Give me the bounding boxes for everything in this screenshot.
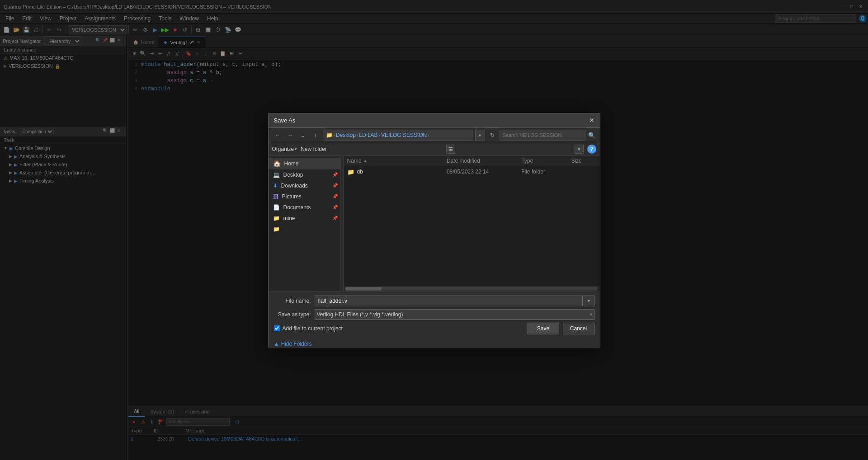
sidebar-item-pictures[interactable]: 🖼 Pictures 📌 — [269, 191, 340, 202]
dialog-files-list: 📁 db 08/05/2023 22:14 File folder — [344, 166, 600, 286]
search-submit-icon[interactable]: 🔍 — [587, 130, 596, 141]
sidebar-documents-label: Documents — [283, 204, 311, 211]
save-button[interactable]: Save — [528, 323, 559, 334]
organize-button[interactable]: Organize ▾ — [272, 146, 297, 152]
breadcrumb-ldlab[interactable]: LD LAB — [359, 132, 377, 138]
sidebar-desktop-label: Desktop — [283, 172, 303, 178]
sidebar-item-mine[interactable]: 📁 mine 📌 — [269, 213, 340, 224]
file-date-cell: 08/05/2023 22:14 — [447, 169, 521, 175]
hide-folders-button[interactable]: ▲ Hide Folders — [269, 338, 600, 347]
col-type-header-file[interactable]: Type — [521, 158, 571, 164]
mine-pin-icon: 📌 — [332, 216, 338, 221]
bc-arrow-2: › — [357, 133, 358, 138]
organize-arrow-icon: ▾ — [295, 147, 297, 151]
breadcrumb-bar: 📁 › Desktop › LD LAB › VEILOG SESSION › — [323, 130, 473, 141]
sidebar-home-label: Home — [284, 160, 299, 167]
up-directory-button[interactable]: ↑ — [310, 130, 321, 141]
file-name-text: db — [357, 169, 363, 175]
savetype-dropdown[interactable]: Verilog HDL Files (*.v *.vlg *.verilog) … — [315, 309, 594, 320]
dialog-horizontal-scrollbar[interactable] — [344, 286, 600, 291]
downloads-folder-icon: ⬇ — [273, 183, 278, 189]
filename-dropdown-button[interactable]: ▾ — [584, 296, 594, 306]
sidebar-item-desktop[interactable]: 💻 Desktop 📌 — [269, 169, 340, 180]
sidebar-item-documents[interactable]: 📄 Documents 📌 — [269, 202, 340, 213]
filename-input[interactable] — [315, 296, 583, 306]
add-to-project-checkbox[interactable] — [274, 325, 280, 331]
sidebar-item-home[interactable]: 🏠 Home — [269, 158, 340, 169]
add-to-project-label: Add file to current project — [283, 325, 343, 332]
sidebar-item-downloads[interactable]: ⬇ Downloads 📌 — [269, 180, 340, 191]
sidebar-item-extra[interactable]: 📁 — [269, 224, 340, 235]
file-type-cell: File folder — [521, 169, 571, 175]
hscroll-thumb[interactable] — [345, 287, 382, 291]
add-to-project-checkbox-row: Add file to current project — [274, 325, 343, 332]
dialog-file-toolbar: Organize ▾ New folder ☰ ▾ ? — [269, 143, 600, 156]
file-name-cell: 📁 db — [347, 169, 447, 175]
col-name-header[interactable]: Name ▲ — [347, 158, 447, 164]
dialog-content: 🏠 Home 💻 Desktop 📌 ⬇ Downloads 📌 🖼 Pictu… — [269, 156, 600, 291]
hscroll-track — [345, 287, 598, 291]
dialog-actions: Add file to current project Save Cancel — [274, 323, 594, 334]
pictures-folder-icon: 🖼 — [273, 193, 278, 200]
dialog-bottom: File name: ▾ Save as type: Verilog HDL F… — [269, 291, 600, 338]
desktop-folder-icon: 💻 — [273, 172, 280, 178]
bc-arrow-4: › — [428, 133, 429, 138]
savetype-value: Verilog HDL Files (*.v *.vlg *.verilog) — [317, 311, 403, 318]
breadcrumb-veilog[interactable]: VEILOG SESSION — [381, 132, 427, 138]
dialog-title: Save As — [274, 117, 296, 124]
savetype-arrow-icon: ▾ — [590, 312, 592, 317]
hide-folders-label: Hide Folders — [281, 341, 311, 347]
hide-folders-arrow-icon: ▲ — [274, 341, 279, 347]
view-dropdown-button[interactable]: ▾ — [575, 145, 584, 154]
sidebar-downloads-label: Downloads — [281, 183, 308, 189]
new-folder-label: New folder — [301, 146, 326, 152]
mine-folder-icon: 📁 — [273, 215, 280, 221]
pictures-pin-icon: 📌 — [332, 194, 338, 199]
sidebar-pictures-label: Pictures — [282, 193, 302, 200]
downloads-pin-icon: 📌 — [332, 183, 338, 188]
refresh-button[interactable]: ↻ — [487, 130, 498, 141]
files-list-header: Name ▲ Date modified Type Size — [344, 156, 600, 166]
breadcrumb-desktop[interactable]: Desktop — [336, 132, 356, 138]
organize-label: Organize — [272, 146, 294, 152]
new-folder-button[interactable]: New folder — [301, 146, 326, 152]
file-row-db[interactable]: 📁 db 08/05/2023 22:14 File folder — [344, 166, 600, 178]
pin-icon: 📌 — [332, 172, 338, 177]
dialog-search-input[interactable] — [500, 130, 585, 141]
savetype-label: Save as type: — [274, 311, 315, 318]
documents-folder-icon: 📄 — [273, 204, 280, 211]
db-folder-icon: 📁 — [347, 169, 354, 175]
recent-locations-button[interactable]: ⌄ — [297, 130, 308, 141]
savetype-row: Save as type: Verilog HDL Files (*.v *.v… — [274, 309, 594, 320]
breadcrumb-folder-icon: 📁 — [326, 132, 333, 138]
bc-arrow-1: › — [334, 133, 335, 138]
back-button[interactable]: ← — [272, 130, 283, 141]
dialog-sidebar: 🏠 Home 💻 Desktop 📌 ⬇ Downloads 📌 🖼 Pictu… — [269, 156, 341, 291]
files-area: Name ▲ Date modified Type Size 📁 db 08/0… — [344, 156, 600, 291]
help-button[interactable]: ? — [587, 145, 596, 154]
col-date-header[interactable]: Date modified — [447, 158, 521, 164]
documents-pin-icon: 📌 — [332, 205, 338, 210]
cancel-button[interactable]: Cancel — [563, 323, 594, 334]
forward-button[interactable]: → — [285, 130, 296, 141]
bc-arrow-3: › — [379, 133, 380, 138]
dialog-overlay: Save As ✕ ← → ⌄ ↑ 📁 › Desktop › LD LAB ›… — [0, 0, 868, 460]
col-size-header[interactable]: Size — [571, 158, 596, 164]
filename-label: File name: — [274, 298, 315, 304]
breadcrumb-dropdown-button[interactable]: ▾ — [475, 130, 485, 141]
dialog-titlebar: Save As ✕ — [269, 113, 600, 128]
extra-folder-icon: 📁 — [273, 226, 280, 232]
filename-row: File name: ▾ — [274, 296, 594, 306]
dialog-close-button[interactable]: ✕ — [589, 117, 594, 124]
dialog-navbar: ← → ⌄ ↑ 📁 › Desktop › LD LAB › VEILOG SE… — [269, 128, 600, 143]
sort-icon: ▲ — [363, 159, 368, 163]
sidebar-mine-label: mine — [283, 215, 295, 221]
view-toggle-button[interactable]: ☰ — [446, 145, 455, 154]
save-dialog: Save As ✕ ← → ⌄ ↑ 📁 › Desktop › LD LAB ›… — [268, 113, 600, 347]
home-folder-icon: 🏠 — [273, 160, 281, 167]
